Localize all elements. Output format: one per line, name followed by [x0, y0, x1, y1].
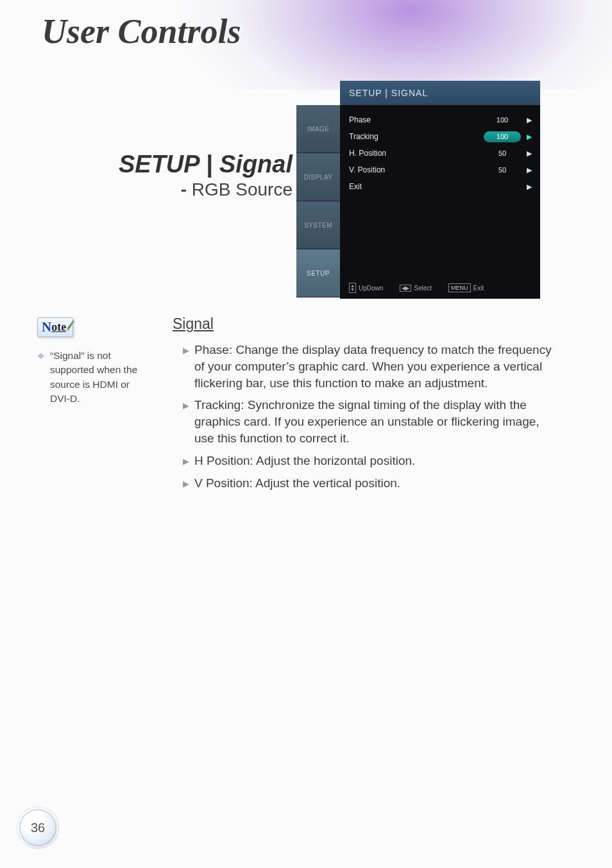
- note-badge: Note: [37, 317, 73, 337]
- osd-row-tracking[interactable]: Tracking 100 ▶: [349, 128, 534, 145]
- osd-hint-exit: MENU Exit: [448, 283, 484, 292]
- header-banner: User Controls: [0, 0, 612, 90]
- arrow-right-icon: ▶: [525, 149, 534, 158]
- note-item: ❖ “Signal” is not supported when the sou…: [37, 349, 146, 406]
- body-content: Signal ▶ Phase: Change the display data …: [164, 315, 561, 497]
- list-item: ▶ V Position: Adjust the vertical positi…: [164, 475, 561, 492]
- list-item-text: Phase: Change the display data frequency…: [194, 342, 561, 391]
- section-subheading: - RGB Source: [87, 179, 293, 200]
- updown-arrows-icon: ▲▼: [349, 283, 356, 293]
- arrow-right-icon: ▶: [525, 116, 534, 124]
- section-heading-block: SETUP | Signal - RGB Source: [87, 151, 293, 200]
- osd-row-label: H. Position: [349, 149, 484, 158]
- triangle-bullet-icon: ▶: [183, 400, 189, 446]
- list-item: ▶ Tracking: Synchronize the signal timin…: [164, 397, 561, 446]
- triangle-bullet-icon: ▶: [183, 456, 189, 469]
- menu-key-icon: MENU: [448, 283, 471, 292]
- osd-row-label: Exit: [349, 182, 484, 191]
- osd-row-phase[interactable]: Phase 100 ▶: [349, 112, 534, 128]
- osd-hint-updown-label: UpDown: [359, 285, 383, 292]
- osd-row-value: 100: [484, 131, 521, 142]
- osd-hint-select-label: Select: [414, 285, 432, 292]
- page-title: User Controls: [42, 12, 241, 51]
- body-list: ▶ Phase: Change the display data frequen…: [164, 342, 561, 492]
- osd-row-label: Tracking: [349, 132, 484, 141]
- osd-row-label: V. Position: [349, 165, 484, 174]
- section-sub-text: RGB Source: [187, 179, 293, 199]
- osd-title: SETUP | SIGNAL: [340, 81, 540, 105]
- list-item-text: H Position: Adjust the horizontal positi…: [194, 453, 415, 469]
- arrow-right-icon: ▶: [525, 183, 534, 191]
- diamond-bullet-icon: ❖: [37, 351, 45, 406]
- osd-hint-select: ◀▶ Select: [400, 285, 432, 292]
- body-subhead: Signal: [173, 315, 561, 333]
- triangle-bullet-icon: ▶: [183, 345, 189, 391]
- list-item: ▶ H Position: Adjust the horizontal posi…: [164, 453, 561, 469]
- osd-tab-setup[interactable]: SETUP: [296, 249, 340, 297]
- osd-row-value: 50: [484, 149, 521, 157]
- list-item: ▶ Phase: Change the display data frequen…: [164, 342, 561, 391]
- osd-row-exit[interactable]: Exit ▶: [349, 178, 534, 195]
- osd-hint-updown: ▲▼ UpDown: [349, 283, 383, 293]
- osd-screenshot: IMAGE DISPLAY SYSTEM SETUP SETUP | SIGNA…: [296, 81, 540, 299]
- osd-tab-system[interactable]: SYSTEM: [296, 201, 340, 249]
- osd-tab-strip: IMAGE DISPLAY SYSTEM SETUP: [296, 105, 340, 297]
- osd-tab-display[interactable]: DISPLAY: [296, 153, 340, 201]
- arrow-right-icon: ▶: [525, 133, 534, 141]
- arrow-right-icon: ▶: [525, 166, 534, 174]
- list-item-text: Tracking: Synchronize the signal timing …: [194, 397, 561, 446]
- osd-row-value: 100: [484, 116, 521, 124]
- osd-body: Phase 100 ▶ Tracking 100 ▶ H. Position 5…: [340, 105, 540, 280]
- note-badge-n: N: [42, 319, 51, 335]
- leftright-arrows-icon: ◀▶: [400, 285, 411, 292]
- osd-panel: SETUP | SIGNAL Phase 100 ▶ Tracking 100 …: [340, 81, 540, 299]
- section-sub-dash: -: [181, 179, 187, 199]
- section-heading: SETUP | Signal: [87, 151, 293, 178]
- list-item-text: V Position: Adjust the vertical position…: [194, 475, 400, 492]
- page-number-badge: 36: [21, 810, 55, 845]
- osd-row-label: Phase: [349, 115, 484, 124]
- page-number: 36: [31, 821, 45, 835]
- osd-hint-exit-label: Exit: [473, 285, 484, 292]
- osd-footer: ▲▼ UpDown ◀▶ Select MENU Exit: [340, 280, 540, 299]
- note-text: “Signal” is not supported when the sourc…: [50, 349, 146, 406]
- osd-row-value: 50: [484, 166, 521, 174]
- osd-row-vposition[interactable]: V. Position 50 ▶: [349, 162, 534, 178]
- osd-row-hposition[interactable]: H. Position 50 ▶: [349, 145, 534, 162]
- triangle-bullet-icon: ▶: [183, 478, 189, 492]
- osd-tab-image[interactable]: IMAGE: [296, 105, 340, 153]
- note-sidebar: Note ❖ “Signal” is not supported when th…: [37, 317, 146, 406]
